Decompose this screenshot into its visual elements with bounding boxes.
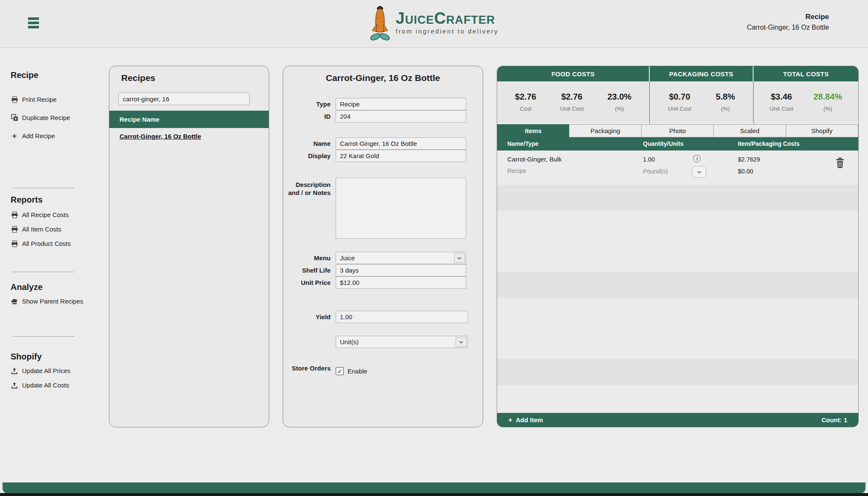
item-name[interactable]: Carrot-Ginger, Bulk bbox=[507, 156, 562, 163]
display-field[interactable]: 22 Karat Gold bbox=[336, 150, 466, 162]
item-units: Pound(s) bbox=[643, 168, 668, 175]
items-table-header: Name/Type Quantity/Units Item/Packaging … bbox=[497, 137, 858, 150]
sidebar-item-label: All Item Costs bbox=[22, 226, 61, 233]
unit-price-field[interactable]: $12.00 bbox=[336, 276, 466, 289]
sidebar-item-print-recipe[interactable]: Print Recipe bbox=[11, 96, 57, 103]
id-label: ID bbox=[283, 110, 331, 123]
total-percent-value: 28.84% bbox=[813, 92, 842, 102]
menu-select[interactable]: Juice bbox=[336, 252, 466, 264]
total-unit-cost-label: Unit Cost bbox=[770, 106, 793, 112]
chevron-down-icon[interactable] bbox=[454, 253, 465, 263]
sidebar-item-label: All Product Costs bbox=[22, 240, 71, 247]
packaging-unit-cost-label: Unit Cost bbox=[668, 106, 692, 112]
packaging-unit-cost-value: $0.70 bbox=[668, 92, 692, 102]
sidebar-divider bbox=[13, 272, 74, 272]
sidebar-item-add-recipe[interactable]: + Add Recipe bbox=[11, 132, 55, 140]
tabs-gap bbox=[497, 123, 858, 124]
cost-tabs: Items Packaging Photo Scaled Shopify bbox=[497, 124, 858, 137]
store-orders-label: Store Orders bbox=[283, 364, 331, 372]
item-cost: $2.7629 bbox=[738, 156, 760, 163]
recipe-name-column-header: Recipe Name bbox=[109, 111, 269, 128]
sidebar-heading-reports: Reports bbox=[11, 195, 43, 205]
recipe-list-item[interactable]: Carrot-Ginger, 16 Oz Bottle bbox=[120, 133, 201, 140]
costs-panel: FOOD COSTS PACKAGING COSTS TOTAL COSTS $… bbox=[497, 66, 859, 427]
add-item-label: Add Item bbox=[516, 416, 543, 424]
tab-shopify[interactable]: Shopify bbox=[786, 124, 858, 137]
tab-scaled[interactable]: Scaled bbox=[714, 124, 786, 137]
carrot-rocket-icon bbox=[370, 3, 391, 42]
recipes-panel-title: Recipes bbox=[121, 73, 156, 83]
item-packaging-cost: $0.00 bbox=[738, 168, 753, 175]
sidebar-item-update-all-costs[interactable]: Update All Costs bbox=[11, 382, 69, 389]
food-costs-header: FOOD COSTS bbox=[497, 66, 650, 81]
yield-field[interactable]: 1.00 bbox=[336, 311, 468, 323]
yield-units-select[interactable]: Unit(s) bbox=[336, 336, 468, 348]
name-label: Name bbox=[283, 137, 331, 150]
sidebar-item-label: Print Recipe bbox=[22, 96, 57, 103]
units-dropdown-button[interactable] bbox=[692, 166, 706, 178]
hamburger-menu-icon[interactable] bbox=[28, 17, 41, 28]
type-label: Type bbox=[283, 98, 331, 110]
store-orders-checkbox-label: Enable bbox=[348, 368, 367, 375]
plus-icon: + bbox=[11, 132, 18, 140]
id-field[interactable]: 204 bbox=[336, 110, 466, 123]
food-cost-label: Cost bbox=[515, 106, 536, 112]
item-quantity[interactable]: 1.00 bbox=[643, 156, 655, 163]
header-context: Recipe Carrot-Ginger, 16 Oz Bottle bbox=[747, 13, 829, 31]
food-unit-cost-value: $2.76 bbox=[560, 92, 584, 102]
recipe-search-input[interactable] bbox=[118, 92, 250, 105]
sidebar-item-all-recipe-costs[interactable]: All Recipe Costs bbox=[11, 211, 69, 218]
info-icon[interactable]: i bbox=[693, 155, 701, 162]
footer-bar bbox=[3, 482, 865, 493]
cost-stats-row: $2.76Cost $2.76Unit Cost 23.0%(%) $0.70U… bbox=[497, 81, 858, 123]
type-field[interactable]: Recipe bbox=[336, 98, 466, 110]
sidebar-item-all-product-costs[interactable]: All Product Costs bbox=[11, 240, 71, 247]
top-header: JuiceCrafter from ingredient to delivery… bbox=[0, 0, 868, 48]
brand-name: JuiceCrafter bbox=[396, 10, 499, 26]
sidebar-item-update-all-prices[interactable]: Update All Prices bbox=[11, 367, 70, 374]
sidebar-item-show-parent-recipes[interactable]: Show Parent Recipes bbox=[11, 298, 83, 305]
brand-word-juice: Juice bbox=[396, 10, 434, 26]
items-table-footer: + Add Item Count: 1 bbox=[497, 413, 858, 427]
item-type: Recipe bbox=[507, 167, 526, 174]
sidebar-heading-shopify: Shopify bbox=[11, 352, 42, 362]
add-item-button[interactable]: + Add Item bbox=[508, 416, 543, 424]
chef-hat-icon bbox=[11, 298, 18, 305]
packaging-costs-stats: $0.70Unit Cost 5.8%(%) bbox=[650, 81, 754, 123]
checkmark-icon: ✓ bbox=[337, 368, 342, 375]
name-field[interactable]: Carrot-Ginger, 16 Oz Bottle bbox=[336, 137, 466, 150]
sidebar-item-all-item-costs[interactable]: All Item Costs bbox=[11, 226, 61, 233]
tab-items[interactable]: Items bbox=[497, 124, 569, 137]
column-quantity-units: Quantity/Units bbox=[643, 140, 684, 147]
items-table-body: Carrot-Ginger, Bulk Recipe 1.00 Pound(s)… bbox=[497, 150, 858, 413]
delete-item-button[interactable] bbox=[835, 157, 845, 170]
yield-label: Yield bbox=[283, 311, 331, 323]
total-percent-label: (%) bbox=[813, 106, 842, 112]
info-glyph: i bbox=[696, 156, 698, 162]
upload-icon bbox=[11, 368, 18, 374]
food-costs-stats: $2.76Cost $2.76Unit Cost 23.0%(%) bbox=[497, 81, 650, 123]
context-title: Recipe bbox=[747, 13, 829, 21]
context-subtitle: Carrot-Ginger, 16 Oz Bottle bbox=[747, 24, 829, 31]
brand-word-crafter: Crafter bbox=[434, 10, 495, 26]
food-percent-value: 23.0% bbox=[607, 92, 632, 102]
chevron-down-icon[interactable] bbox=[456, 337, 467, 347]
description-textarea[interactable] bbox=[336, 178, 466, 239]
sidebar-item-label: All Recipe Costs bbox=[22, 211, 69, 218]
store-orders-checkbox[interactable]: ✓ bbox=[336, 367, 344, 375]
upload-icon bbox=[11, 382, 18, 389]
tab-packaging[interactable]: Packaging bbox=[569, 124, 641, 137]
column-item-packaging-costs: Item/Packaging Costs bbox=[738, 140, 800, 147]
printer-icon bbox=[11, 240, 18, 247]
sidebar-item-duplicate-recipe[interactable]: Duplicate Recipe bbox=[11, 114, 70, 121]
sidebar-divider bbox=[13, 336, 74, 337]
tab-photo[interactable]: Photo bbox=[642, 124, 714, 137]
column-name-type: Name/Type bbox=[507, 140, 539, 147]
packaging-percent-label: (%) bbox=[716, 106, 735, 112]
footer-dark-strip bbox=[0, 493, 868, 496]
food-unit-cost-label: Unit Cost bbox=[560, 106, 584, 112]
sidebar-item-label: Duplicate Recipe bbox=[22, 114, 70, 121]
sidebar-item-label: Update All Costs bbox=[22, 382, 69, 389]
sidebar-item-label: Show Parent Recipes bbox=[22, 298, 83, 305]
shelf-life-field[interactable]: 3 days bbox=[336, 264, 466, 276]
